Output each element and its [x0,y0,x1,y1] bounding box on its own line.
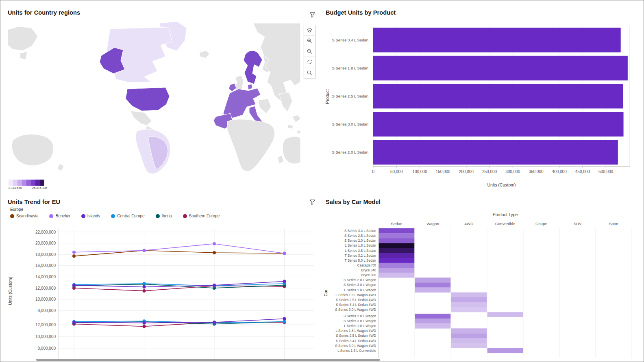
map-region [229,83,236,91]
map-region [292,115,300,122]
svg-text:Car: Car [323,289,328,296]
svg-text:Units (Custom): Units (Custom) [8,277,13,305]
svg-text:Units (Custom): Units (Custom) [487,182,516,187]
zoom-in-icon[interactable] [304,36,315,46]
svg-text:200,000: 200,000 [459,169,474,174]
svg-text:S Series 2.0 L Wagon: S Series 2.0 L Wagon [344,314,376,318]
svg-text:L Series 1.8 L Wagon 4WD: L Series 1.8 L Wagon 4WD [335,329,376,333]
svg-text:4WD: 4WD [465,221,474,226]
svg-text:Product: Product [325,89,330,104]
svg-text:L Series 1.8 L Sedan: L Series 1.8 L Sedan [345,243,376,247]
map-region [248,84,252,90]
svg-text:S Series 3.0 L Wagon: S Series 3.0 L Wagon [344,283,376,287]
svg-text:16,000,000: 16,000,000 [35,263,56,268]
svg-text:SUV: SUV [573,221,582,226]
svg-text:100,000: 100,000 [412,169,427,174]
svg-text:400,000: 400,000 [552,169,567,174]
map-region [283,137,300,164]
svg-text:S Series 3.4 L Sedan 4WD: S Series 3.4 L Sedan 4WD [336,339,376,343]
svg-text:S Series 3.0 L Sedan: S Series 3.0 L Sedan [332,122,368,126]
map-region [12,134,53,166]
svg-text:300,000: 300,000 [505,169,520,174]
svg-text:12,000,000: 12,000,000 [35,323,56,327]
svg-text:Sedan: Sedan [391,221,402,226]
svg-text:Bryce J40: Bryce J40 [361,268,376,272]
zoom-out-icon[interactable] [304,46,315,57]
map-region [297,130,300,134]
svg-text:450,000: 450,000 [575,169,590,174]
line-chart[interactable]: 22,000,00020,000,00018,000,00016,000,000… [0,195,322,362]
svg-text:S Series 2.5 L Sedan 4WD: S Series 2.5 L Sedan 4WD [336,298,376,302]
map-region [126,87,170,111]
svg-text:S Series 1.8 L Sedan: S Series 1.8 L Sedan [332,66,368,70]
svg-text:S Series 3.4 L Sedan 4WD: S Series 3.4 L Sedan 4WD [336,303,376,307]
svg-text:S Series 2.5 L Sedan: S Series 2.5 L Sedan [332,94,368,98]
heatmap-chart[interactable]: Product TypeSedanWagon4WDConvertibleCoup… [322,195,644,362]
svg-text:L Series 1.6 L Convertible: L Series 1.6 L Convertible [337,349,376,353]
search-icon[interactable] [304,67,315,78]
map-region [57,164,64,171]
svg-text:Sport: Sport [609,221,619,226]
reset-icon[interactable] [304,57,315,67]
svg-text:Cascade RX: Cascade RX [357,263,376,267]
svg-text:18,000,000: 18,000,000 [35,252,56,257]
svg-text:T Series 5.0 L Sedan: T Series 5.0 L Sedan [345,258,376,262]
map-region [278,156,283,164]
map-color-legend: 8,114,558 25,815,135 [9,180,65,190]
svg-text:S Series 3.0 L Wagon 4WD: S Series 3.0 L Wagon 4WD [335,344,376,348]
svg-text:L Series 2.5 L Sedan: L Series 2.5 L Sedan [345,249,376,253]
map-region [279,92,292,112]
svg-text:Wagon: Wagon [426,221,439,226]
map-region [8,26,38,51]
svg-text:S Series 2.0 L Sedan: S Series 2.0 L Sedan [344,238,376,243]
map-region [287,125,293,129]
panel-line-chart: Units Trend for EU Europe ScandinaviaBen… [0,195,322,362]
svg-text:T Series 3.2 L Sedan: T Series 3.2 L Sedan [345,254,376,258]
svg-text:500,000: 500,000 [598,169,614,174]
map-region [200,51,209,58]
svg-text:S Series 2.0 L Sedan: S Series 2.0 L Sedan [332,150,368,154]
svg-text:10,000,000: 10,000,000 [35,334,56,339]
legend-min-value: 8,114,558 [9,186,22,190]
legend-max-value: 25,815,135 [32,186,48,190]
map-region [258,99,271,113]
svg-text:0: 0 [372,169,374,174]
svg-text:S Series 3.4 L Sedan: S Series 3.4 L Sedan [332,38,368,42]
panel-bar-chart: Budget Units by Product S Series 3.4 L S… [322,0,644,195]
svg-text:S Series 2.5 L Sedan 4WD: S Series 2.5 L Sedan 4WD [336,334,376,338]
map-panel-title: Units for Country regions [8,9,80,16]
color-ramp [9,180,44,186]
svg-text:250,000: 250,000 [482,169,497,174]
map-region [227,119,275,171]
bar-chart[interactable]: S Series 3.4 L SedanS Series 1.8 L Sedan… [322,0,644,195]
layers-icon[interactable] [304,25,315,36]
dashboard: Units for Country regions [0,0,644,362]
svg-text:20,000,000: 20,000,000 [35,241,56,245]
svg-text:150,000: 150,000 [436,169,451,174]
svg-text:S Series 3.0 L Wagon 4WD: S Series 3.0 L Wagon 4WD [335,308,376,312]
svg-text:50,000: 50,000 [390,169,403,174]
svg-text:350,000: 350,000 [529,169,544,174]
world-map[interactable] [8,21,300,175]
svg-text:L Series 1.8 L Wagon: L Series 1.8 L Wagon [344,288,376,292]
svg-text:10,000,000: 10,000,000 [35,297,56,301]
svg-text:Product Type: Product Type [493,212,518,217]
svg-text:L Series 1.8 L Wagon: L Series 1.8 L Wagon [344,324,376,328]
svg-text:8,000,000: 8,000,000 [38,346,56,351]
svg-text:S Series 2.5 L Sedan: S Series 2.5 L Sedan [344,234,376,238]
svg-text:22,000,000: 22,000,000 [35,230,56,234]
svg-text:Convertible: Convertible [495,221,516,226]
svg-text:8,000,000: 8,000,000 [38,308,56,313]
svg-text:S Series 2.0 L Wagon: S Series 2.0 L Wagon [344,278,376,282]
map-region [131,111,152,126]
svg-text:14,000,000: 14,000,000 [35,275,56,279]
svg-text:Coupe: Coupe [535,221,547,226]
svg-text:12,000,000: 12,000,000 [35,286,56,290]
filter-icon[interactable] [309,11,316,19]
svg-text:L Series 1.8 L Wagon 4WD: L Series 1.8 L Wagon 4WD [335,293,376,297]
map-region [20,52,27,60]
horizontal-scrollbar-thumb[interactable] [36,359,380,361]
svg-text:S Series 3.0 L Wagon: S Series 3.0 L Wagon [344,319,376,323]
map-region [244,51,262,84]
svg-text:S Series 3.4 L Sedan: S Series 3.4 L Sedan [344,229,376,233]
